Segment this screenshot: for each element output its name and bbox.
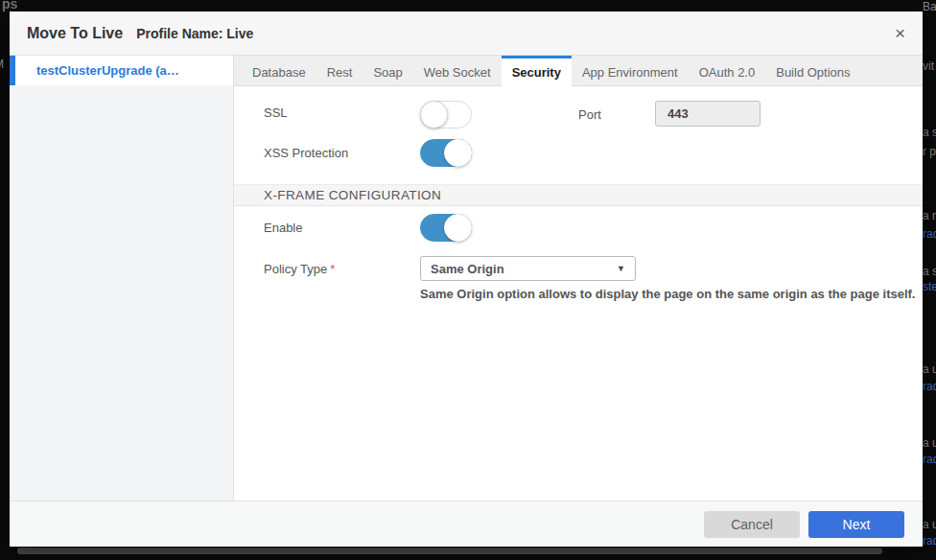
toggle-knob — [444, 139, 472, 167]
xframe-section-header: X-FRAME CONFIGURATION — [234, 184, 923, 206]
dialog-footer: Cancel Next — [10, 501, 923, 547]
tab-app-environment[interactable]: App Environment — [572, 56, 689, 85]
move-to-live-dialog: Move To Live Profile Name: Live × testCl… — [10, 12, 923, 547]
tab-security[interactable]: Security — [502, 56, 572, 86]
background-text-fragment: ps — [2, 0, 17, 12]
tab-oauth-2-0[interactable]: OAuth 2.0 — [689, 56, 766, 85]
xss-protection-label: XSS Protection — [264, 146, 348, 160]
background-text-fragment: a u — [923, 362, 936, 376]
background-text-fragment: a u — [923, 518, 936, 531]
next-button[interactable]: Next — [808, 511, 904, 538]
enable-label: Enable — [264, 221, 302, 235]
port-input[interactable] — [655, 101, 760, 127]
xframe-enable-toggle[interactable] — [420, 214, 472, 242]
chevron-down-icon: ▼ — [617, 264, 625, 273]
ssl-label: SSL — [264, 105, 288, 120]
background-text-fragment: rad — [923, 534, 936, 548]
ssl-toggle[interactable] — [420, 101, 472, 128]
tab-strip: DatabaseRestSoapWeb SocketSecurityApp En… — [234, 56, 923, 86]
policy-type-select[interactable]: Same Origin ▼ — [420, 256, 636, 281]
background-text-fragment: vit — [923, 59, 934, 73]
tab-build-options[interactable]: Build Options — [765, 56, 860, 85]
close-icon[interactable]: × — [895, 24, 905, 42]
policy-type-selected-value: Same Origin — [431, 262, 504, 276]
port-label: Port — [578, 107, 601, 122]
dialog-title: Move To Live — [27, 25, 123, 42]
policy-type-label: Policy Type* — [264, 262, 335, 276]
toggle-knob — [444, 214, 472, 242]
background-horizontal-scrollbar[interactable] — [17, 548, 882, 554]
background-text-fragment: Bac — [923, 0, 936, 13]
tab-web-socket[interactable]: Web Socket — [413, 56, 502, 85]
policy-type-helper-text: Same Origin option allows to display the… — [420, 287, 936, 301]
background-text-fragment: rad — [923, 453, 936, 466]
background-text-fragment: a s — [923, 126, 936, 139]
security-panel: SSL Port XSS Protection X-FRAME CONFIGUR… — [234, 86, 923, 501]
background-text-fragment: M — [0, 58, 4, 71]
toggle-knob — [420, 101, 448, 128]
policy-type-label-text: Policy Type — [264, 262, 327, 276]
required-asterisk: * — [330, 262, 335, 276]
tab-database[interactable]: Database — [242, 56, 316, 85]
profile-name-label: Profile Name: Live — [136, 26, 253, 41]
tab-rest[interactable]: Rest — [316, 56, 363, 85]
xss-protection-toggle[interactable] — [420, 139, 472, 167]
dialog-body: testClusterUpgrade (a… DatabaseRestSoapW… — [10, 56, 923, 501]
content-area: DatabaseRestSoapWeb SocketSecurityApp En… — [234, 56, 923, 501]
sidebar: testClusterUpgrade (a… — [10, 56, 234, 501]
xframe-section-title: X-FRAME CONFIGURATION — [264, 188, 441, 202]
background-text-fragment: r p — [923, 145, 936, 158]
sidebar-item-test-cluster-upgrade[interactable]: testClusterUpgrade (a… — [10, 56, 233, 85]
sidebar-item-label: testClusterUpgrade (a… — [36, 63, 179, 78]
background-text-fragment: rad — [923, 380, 936, 393]
background-text-fragment: a re — [923, 209, 936, 222]
background-text-fragment: rad — [923, 227, 936, 241]
tab-soap[interactable]: Soap — [363, 56, 412, 85]
background-text-fragment: a u — [923, 436, 936, 450]
cancel-button[interactable]: Cancel — [704, 511, 800, 538]
dialog-header: Move To Live Profile Name: Live × — [10, 12, 923, 56]
background-text-fragment: a s — [923, 265, 936, 278]
